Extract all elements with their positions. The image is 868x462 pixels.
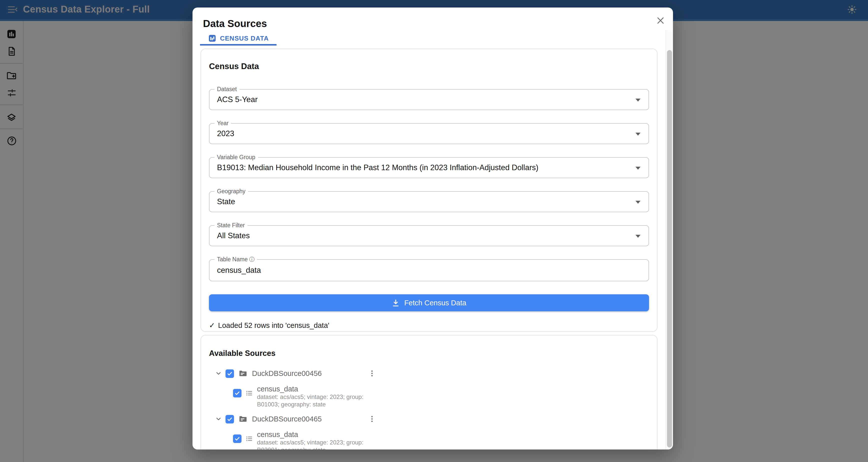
table-name: census_data bbox=[257, 430, 382, 439]
state-filter-select[interactable]: State Filter All States bbox=[209, 225, 649, 246]
tab-label: CENSUS DATA bbox=[220, 34, 269, 42]
field-label: Variable Group bbox=[217, 154, 255, 161]
list-icon bbox=[246, 435, 253, 442]
geography-select[interactable]: Geography State bbox=[209, 191, 649, 212]
field-label: State Filter bbox=[217, 222, 245, 229]
field-value: B19013: Median Household Income in the P… bbox=[217, 163, 538, 172]
folder-icon bbox=[239, 414, 248, 424]
dialog-title: Data Sources bbox=[203, 18, 673, 30]
chevron-down-icon bbox=[636, 235, 641, 238]
expand-toggle[interactable] bbox=[215, 415, 222, 423]
available-sources-heading: Available Sources bbox=[209, 348, 649, 358]
available-sources-card: Available Sources bbox=[200, 335, 657, 450]
expand-toggle[interactable] bbox=[215, 370, 222, 377]
tab-census-data[interactable]: CENSUS DATA bbox=[200, 32, 277, 46]
modal-scrollbar-track bbox=[665, 30, 673, 450]
chevron-down-icon bbox=[636, 167, 641, 170]
download-icon bbox=[392, 298, 400, 307]
source-menu-button[interactable] bbox=[367, 367, 377, 380]
chevron-down-icon bbox=[636, 133, 641, 136]
source-checkbox[interactable] bbox=[225, 369, 234, 378]
list-icon bbox=[246, 389, 253, 397]
check-icon bbox=[234, 390, 241, 397]
source-row[interactable]: DuckDBSource00465 bbox=[215, 410, 649, 428]
field-value: State bbox=[217, 197, 235, 206]
census-form-heading: Census Data bbox=[209, 61, 649, 71]
fetch-census-data-button[interactable]: Fetch Census Data bbox=[209, 294, 649, 311]
chevron-down-icon bbox=[636, 98, 641, 102]
dialog-scroll-area: Census Data Dataset ACS 5-Year Year 2023… bbox=[192, 47, 665, 450]
field-label: Geography bbox=[217, 188, 246, 195]
modal-scrollbar-thumb[interactable] bbox=[667, 50, 672, 447]
table-checkbox[interactable] bbox=[233, 434, 242, 443]
data-sources-dialog: Data Sources CENSUS DATA Census Data Dat… bbox=[192, 7, 673, 450]
screen: Census Data Explorer - Full bbox=[0, 0, 868, 462]
kebab-menu-icon bbox=[368, 414, 376, 424]
load-status: ✓ Loaded 52 rows into 'census_data' bbox=[209, 320, 649, 330]
table-name: census_data bbox=[257, 385, 382, 394]
close-dialog-button[interactable] bbox=[654, 14, 667, 27]
field-value: ACS 5-Year bbox=[217, 95, 258, 104]
table-row[interactable]: census_data dataset: acs/acs5; vintage: … bbox=[233, 429, 649, 450]
check-icon bbox=[226, 416, 233, 422]
table-row[interactable]: census_data dataset: acs/acs5; vintage: … bbox=[233, 383, 649, 408]
info-icon[interactable]: ⓘ bbox=[249, 257, 255, 262]
field-label: Dataset bbox=[217, 86, 237, 93]
source-row[interactable]: DuckDBSource00456 bbox=[215, 365, 649, 382]
dataset-select[interactable]: Dataset ACS 5-Year bbox=[209, 89, 649, 110]
fetch-button-label: Fetch Census Data bbox=[404, 299, 466, 307]
field-label: Table Name bbox=[217, 256, 248, 263]
table-name-input[interactable]: Table Name ⓘ census_data bbox=[209, 259, 649, 281]
chevron-down-icon bbox=[215, 370, 222, 377]
field-value: census_data bbox=[217, 266, 261, 275]
year-select[interactable]: Year 2023 bbox=[209, 123, 649, 144]
bar-chart-icon bbox=[208, 34, 217, 42]
variable-group-select[interactable]: Variable Group B19013: Median Household … bbox=[209, 157, 649, 178]
source-checkbox[interactable] bbox=[225, 415, 234, 423]
table-description: dataset: acs/acs5; vintage: 2023; group:… bbox=[257, 394, 382, 408]
field-value: All States bbox=[217, 231, 250, 240]
chevron-down-icon bbox=[636, 201, 641, 204]
kebab-menu-icon bbox=[368, 369, 376, 378]
dialog-tabs: CENSUS DATA bbox=[200, 32, 673, 46]
source-name: DuckDBSource00465 bbox=[252, 415, 322, 423]
check-icon: ✓ bbox=[209, 320, 215, 330]
status-text: Loaded 52 rows into 'census_data' bbox=[218, 320, 329, 330]
table-description: dataset: acs/acs5; vintage: 2023; group:… bbox=[257, 439, 382, 450]
check-icon bbox=[234, 435, 241, 442]
table-checkbox[interactable] bbox=[233, 389, 242, 398]
source-menu-button[interactable] bbox=[367, 412, 377, 426]
source-name: DuckDBSource00456 bbox=[252, 369, 322, 377]
field-label: Year bbox=[217, 120, 229, 127]
census-form-card: Census Data Dataset ACS 5-Year Year 2023… bbox=[200, 49, 657, 332]
folder-icon bbox=[239, 369, 248, 378]
chevron-down-icon bbox=[215, 415, 222, 423]
field-value: 2023 bbox=[217, 129, 234, 138]
close-icon bbox=[655, 16, 665, 26]
check-icon bbox=[226, 370, 233, 377]
